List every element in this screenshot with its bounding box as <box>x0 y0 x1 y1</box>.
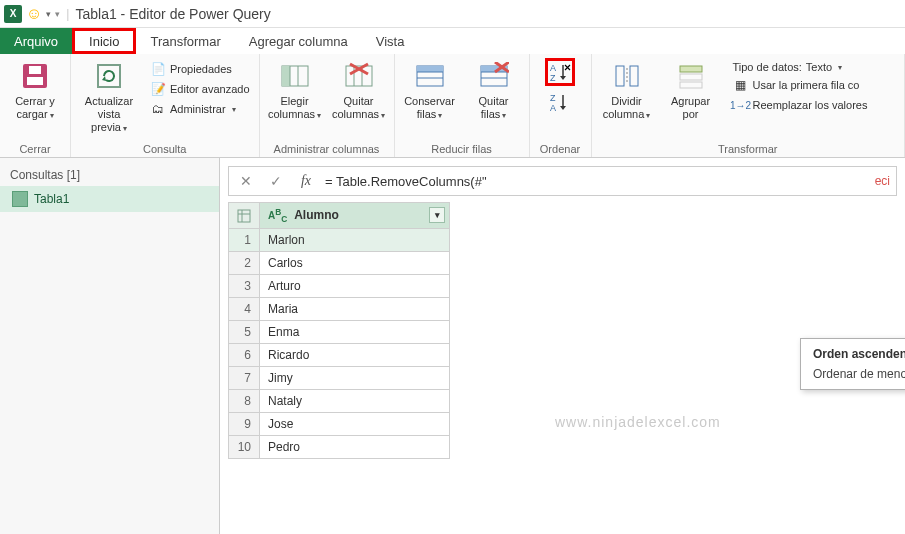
group-reduce-rows: Conservar filas▾ Quitar filas▾ Reducir f… <box>395 54 530 157</box>
svg-rect-6 <box>282 66 290 86</box>
formula-accept-button[interactable]: ✓ <box>265 173 287 189</box>
manage-button[interactable]: 🗂Administrar▾ <box>147 100 253 118</box>
cell-alumno[interactable]: Maria <box>260 298 450 321</box>
svg-rect-32 <box>616 66 624 86</box>
table-row[interactable]: 10Pedro <box>229 436 450 459</box>
tab-file[interactable]: Arquivo <box>0 28 72 54</box>
table-row[interactable]: 4Maria <box>229 298 450 321</box>
row-number[interactable]: 10 <box>229 436 260 459</box>
choose-columns-button[interactable]: Elegir columnas▾ <box>266 58 324 124</box>
workspace: Consultas [1] Tabla1 ✕ ✓ fx = Table.Remo… <box>0 158 905 534</box>
dropdown-caret-icon: ▾ <box>838 63 842 72</box>
cell-alumno[interactable]: Arturo <box>260 275 450 298</box>
qat-dropdown-icon[interactable]: ▾ <box>46 9 51 19</box>
group-reduce-rows-label: Reducir filas <box>401 141 523 155</box>
dropdown-caret-icon: ▾ <box>232 105 236 114</box>
editor-icon: 📝 <box>150 81 166 97</box>
smiley-icon[interactable]: ☺ <box>26 5 42 23</box>
row-number[interactable]: 6 <box>229 344 260 367</box>
qat-caret-icon[interactable]: ▾ <box>55 9 60 19</box>
sort-ascending-button[interactable]: AZ <box>549 62 571 82</box>
formula-trail: eci <box>875 174 890 188</box>
table-corner-button[interactable] <box>229 203 260 229</box>
keep-rows-button[interactable]: Conservar filas▾ <box>401 58 459 124</box>
tab-add-column[interactable]: Agregar columna <box>235 28 362 54</box>
table-row[interactable]: 8Nataly <box>229 390 450 413</box>
svg-text:A: A <box>550 63 556 73</box>
remove-columns-button[interactable]: Quitar columnas▾ <box>330 58 388 124</box>
table-icon <box>12 191 28 207</box>
svg-rect-33 <box>630 66 638 86</box>
manage-label: Administrar <box>170 103 226 115</box>
table-row[interactable]: 3Arturo <box>229 275 450 298</box>
cell-alumno[interactable]: Enma <box>260 321 450 344</box>
table-row[interactable]: 5Enma <box>229 321 450 344</box>
data-type-button[interactable]: Tipo de datos: Texto ▾ <box>730 60 871 74</box>
dropdown-caret-icon: ▾ <box>646 111 650 120</box>
cell-alumno[interactable]: Ricardo <box>260 344 450 367</box>
tooltip-description: Ordenar de menor a mayor. <box>813 367 905 381</box>
ribbon-tabs: Arquivo Inicio Transformar Agregar colum… <box>0 28 905 54</box>
row-number[interactable]: 2 <box>229 252 260 275</box>
split-column-button[interactable]: Dividir columna▾ <box>598 58 656 124</box>
properties-button[interactable]: 📄Propiedades <box>147 60 253 78</box>
formula-text[interactable]: = Table.RemoveColumns(#" <box>325 174 867 189</box>
advanced-editor-label: Editor avanzado <box>170 83 250 95</box>
queries-pane-header: Consultas [1] <box>0 164 219 186</box>
replace-values-button[interactable]: 1→2Reemplazar los valores <box>730 96 871 114</box>
group-by-button[interactable]: Agrupar por <box>662 58 720 123</box>
keep-rows-icon <box>414 60 446 92</box>
cell-alumno[interactable]: Carlos <box>260 252 450 275</box>
advanced-editor-button[interactable]: 📝Editor avanzado <box>147 80 253 98</box>
row-number[interactable]: 8 <box>229 390 260 413</box>
save-icon <box>19 60 51 92</box>
column-header-alumno[interactable]: ABC Alumno ▾ <box>260 203 450 229</box>
window-title: Tabla1 - Editor de Power Query <box>75 6 270 22</box>
title-bar: X ☺ ▾ ▾ | Tabla1 - Editor de Power Query <box>0 0 905 28</box>
query-item-tabla1[interactable]: Tabla1 <box>0 186 219 212</box>
group-close: Cerrar y cargar▾ Cerrar <box>0 54 71 157</box>
table-row[interactable]: 9Jose <box>229 413 450 436</box>
data-preview-table: ABC Alumno ▾ 1Marlon2Carlos3Arturo4Maria… <box>228 202 450 459</box>
tab-home[interactable]: Inicio <box>72 28 136 54</box>
svg-rect-37 <box>680 82 702 88</box>
sort-ascending-tooltip: Orden ascendente Ordenar de menor a mayo… <box>800 338 905 390</box>
table-row[interactable]: 6Ricardo <box>229 344 450 367</box>
cell-alumno[interactable]: Marlon <box>260 229 450 252</box>
group-query: Actualizar vista previa▾ 📄Propiedades 📝E… <box>71 54 260 157</box>
table-row[interactable]: 1Marlon <box>229 229 450 252</box>
refresh-preview-button[interactable]: Actualizar vista previa▾ <box>77 58 141 137</box>
row-number[interactable]: 4 <box>229 298 260 321</box>
cell-alumno[interactable]: Nataly <box>260 390 450 413</box>
dropdown-caret-icon: ▾ <box>502 111 506 120</box>
replace-icon: 1→2 <box>733 97 749 113</box>
row-number[interactable]: 9 <box>229 413 260 436</box>
cell-alumno[interactable]: Jose <box>260 413 450 436</box>
sort-asc-icon: AZ <box>549 62 571 82</box>
table-row[interactable]: 7Jimy <box>229 367 450 390</box>
fx-icon[interactable]: fx <box>295 173 317 189</box>
group-manage-columns: Elegir columnas▾ Quitar columnas▾ Admini… <box>260 54 395 157</box>
row-number[interactable]: 1 <box>229 229 260 252</box>
table-row[interactable]: 2Carlos <box>229 252 450 275</box>
column-filter-button[interactable]: ▾ <box>429 207 445 223</box>
formula-cancel-button[interactable]: ✕ <box>235 173 257 189</box>
use-first-row-button[interactable]: ▦Usar la primera fila co <box>730 76 871 94</box>
main-pane: ✕ ✓ fx = Table.RemoveColumns(#" eci ABC … <box>220 158 905 534</box>
tooltip-title: Orden ascendente <box>813 347 905 361</box>
cell-alumno[interactable]: Pedro <box>260 436 450 459</box>
first-row-label: Usar la primera fila co <box>753 79 860 91</box>
close-and-load-button[interactable]: Cerrar y cargar▾ <box>6 58 64 124</box>
svg-text:A: A <box>550 103 556 112</box>
group-close-label: Cerrar <box>6 141 64 155</box>
tab-transform[interactable]: Transformar <box>136 28 234 54</box>
row-number[interactable]: 7 <box>229 367 260 390</box>
cell-alumno[interactable]: Jimy <box>260 367 450 390</box>
remove-rows-button[interactable]: Quitar filas▾ <box>465 58 523 124</box>
row-number[interactable]: 3 <box>229 275 260 298</box>
row-number[interactable]: 5 <box>229 321 260 344</box>
tab-view[interactable]: Vista <box>362 28 419 54</box>
sort-descending-button[interactable]: ZA <box>547 90 573 114</box>
properties-label: Propiedades <box>170 63 232 75</box>
separator: | <box>66 7 69 21</box>
